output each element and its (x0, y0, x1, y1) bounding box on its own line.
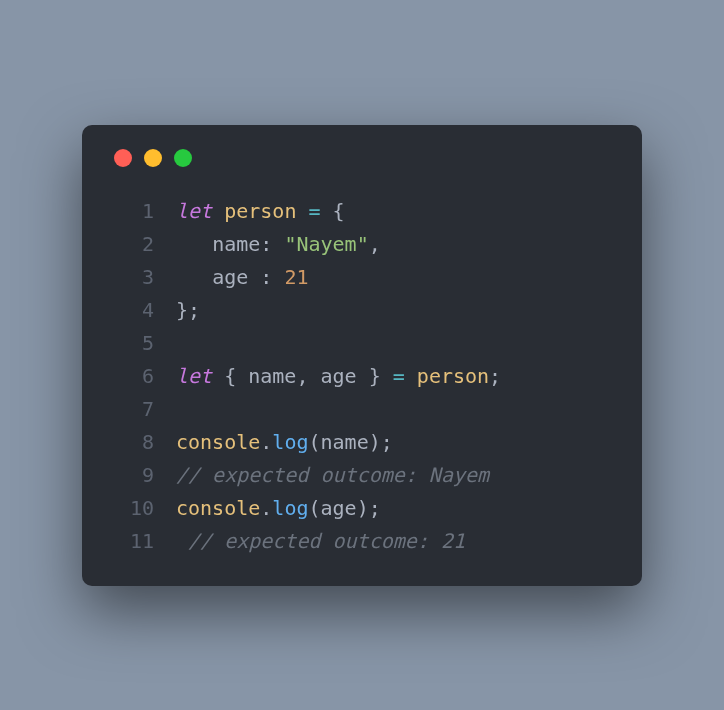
line-content: // expected outcome: Nayem (176, 459, 489, 492)
window-titlebar (110, 149, 614, 167)
token-txt (296, 199, 308, 223)
code-line: 2 name: "Nayem", (110, 228, 614, 261)
token-punc: : (260, 265, 272, 289)
line-content: let { name, age } = person; (176, 360, 501, 393)
line-number: 5 (110, 327, 154, 360)
code-line: 11 // expected outcome: 21 (110, 525, 614, 558)
code-line: 8console.log(name); (110, 426, 614, 459)
token-kw: let (176, 199, 212, 223)
token-punc: ); (357, 496, 381, 520)
token-kw: let (176, 364, 212, 388)
token-txt (176, 232, 212, 256)
line-number: 9 (110, 459, 154, 492)
token-var: person (417, 364, 489, 388)
token-punc: , (369, 232, 381, 256)
token-fn: log (272, 496, 308, 520)
token-obj: console (176, 430, 260, 454)
token-txt (308, 364, 320, 388)
line-number: 10 (110, 492, 154, 525)
token-punc: : (260, 232, 272, 256)
close-icon[interactable] (114, 149, 132, 167)
line-content: let person = { (176, 195, 345, 228)
token-var: person (224, 199, 296, 223)
token-op: = (308, 199, 320, 223)
line-content: console.log(name); (176, 426, 393, 459)
token-punc: { (212, 364, 248, 388)
line-content (176, 393, 188, 426)
token-txt (272, 265, 284, 289)
code-line: 10console.log(age); (110, 492, 614, 525)
minimize-icon[interactable] (144, 149, 162, 167)
line-content: // expected outcome: 21 (176, 525, 465, 558)
token-punc: }; (176, 298, 200, 322)
line-content: console.log(age); (176, 492, 381, 525)
token-comment: // expected outcome: Nayem (176, 463, 489, 487)
code-line: 9// expected outcome: Nayem (110, 459, 614, 492)
token-prop: age (321, 496, 357, 520)
code-line: 4}; (110, 294, 614, 327)
line-number: 6 (110, 360, 154, 393)
line-number: 4 (110, 294, 154, 327)
token-prop: age (212, 265, 248, 289)
code-window: 1let person = {2 name: "Nayem",3 age : 2… (82, 125, 642, 586)
token-punc: . (260, 430, 272, 454)
token-prop: name (248, 364, 296, 388)
code-block: 1let person = {2 name: "Nayem",3 age : 2… (110, 195, 614, 558)
token-op: = (393, 364, 405, 388)
line-content: name: "Nayem", (176, 228, 381, 261)
line-content (176, 327, 188, 360)
token-txt (212, 199, 224, 223)
line-number: 2 (110, 228, 154, 261)
token-punc: } (357, 364, 393, 388)
token-txt (176, 265, 212, 289)
line-number: 3 (110, 261, 154, 294)
line-content: }; (176, 294, 200, 327)
token-fn: log (272, 430, 308, 454)
token-txt (272, 232, 284, 256)
line-content: age : 21 (176, 261, 308, 294)
line-number: 8 (110, 426, 154, 459)
token-punc: ); (369, 430, 393, 454)
token-prop: name (321, 430, 369, 454)
token-punc: ; (489, 364, 501, 388)
token-punc: ( (308, 430, 320, 454)
token-obj: console (176, 496, 260, 520)
code-line: 5 (110, 327, 614, 360)
token-punc: . (260, 496, 272, 520)
code-line: 7 (110, 393, 614, 426)
token-prop: age (321, 364, 357, 388)
token-punc: , (296, 364, 308, 388)
code-line: 3 age : 21 (110, 261, 614, 294)
token-txt (405, 364, 417, 388)
code-line: 1let person = { (110, 195, 614, 228)
token-punc: { (321, 199, 345, 223)
token-txt (248, 265, 260, 289)
line-number: 11 (110, 525, 154, 558)
token-prop: name (212, 232, 260, 256)
line-number: 1 (110, 195, 154, 228)
token-comment: // expected outcome: 21 (176, 529, 465, 553)
line-number: 7 (110, 393, 154, 426)
maximize-icon[interactable] (174, 149, 192, 167)
token-str: "Nayem" (284, 232, 368, 256)
code-line: 6let { name, age } = person; (110, 360, 614, 393)
token-punc: ( (308, 496, 320, 520)
token-num: 21 (284, 265, 308, 289)
